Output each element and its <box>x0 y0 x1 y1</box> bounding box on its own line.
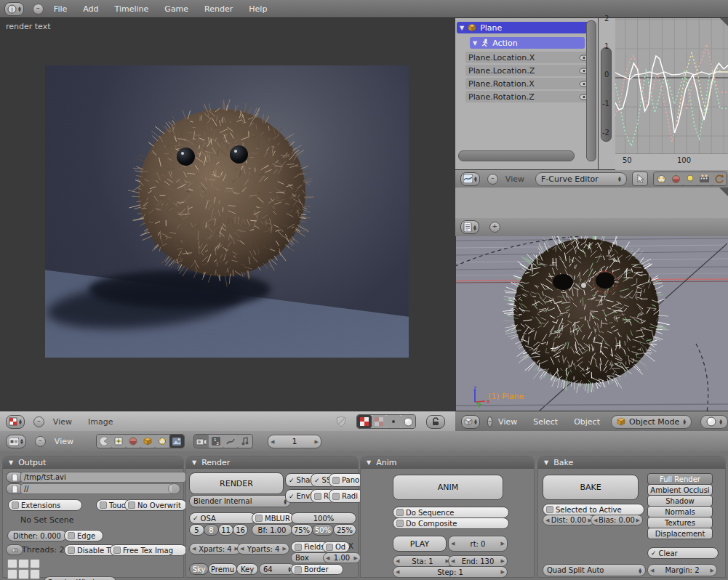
x-label[interactable]: X <box>348 542 353 550</box>
draw-zbuffer-button[interactable] <box>386 415 401 428</box>
editor-type-button-3d[interactable]: ▲▼ <box>461 415 480 429</box>
dither-slider[interactable]: Dither: 0.000 <box>7 530 67 541</box>
outliner-row-channel[interactable]: Plane.Location.Z <box>465 65 592 76</box>
edge-toggle[interactable]: Edge <box>64 530 103 541</box>
add-new-button[interactable]: + <box>489 222 500 233</box>
bake-mode-textures[interactable]: Textures <box>647 517 713 528</box>
rt-field[interactable]: ◀rt: 0▶ <box>448 536 508 552</box>
do-sequence-toggle[interactable]: Do Sequence <box>393 507 509 518</box>
no-set-scene-label[interactable]: No Set Scene <box>20 515 74 525</box>
size-50-button[interactable]: 50% <box>312 524 334 536</box>
extensions-toggle[interactable]: Extensions <box>8 499 82 511</box>
menu-render[interactable]: Render <box>204 4 233 14</box>
sta-field[interactable]: ◀Sta: 1▶ <box>393 555 452 567</box>
anim-button[interactable]: ANIM <box>393 475 503 500</box>
sky-button[interactable]: Sky <box>189 563 209 575</box>
draw-lod-button[interactable] <box>401 415 415 428</box>
play-button[interactable]: PLAY <box>393 536 447 552</box>
outliner-row-plane[interactable]: ▼ Plane <box>457 22 596 33</box>
outliner-vscrollbar[interactable] <box>586 20 596 161</box>
menu-view[interactable]: View <box>55 437 73 446</box>
panel-collapse-icon[interactable]: ▼ <box>9 459 13 466</box>
bake-mode-ambient-occlusion[interactable]: Ambient Occlusi <box>647 484 713 496</box>
premul-button[interactable]: Premu <box>208 563 237 575</box>
menu-game[interactable]: Game <box>164 4 188 14</box>
menu-image[interactable]: Image <box>88 417 113 427</box>
osa-16-button[interactable]: 16 <box>233 524 248 536</box>
panel-collapse-icon[interactable]: ▼ <box>367 459 371 466</box>
fcurve-xaxis[interactable]: 50 100 <box>615 153 728 170</box>
shading-button[interactable] <box>668 172 683 185</box>
selected-to-active-toggle[interactable]: Selected to Active <box>543 504 644 515</box>
osa-5-button[interactable]: 5 <box>189 524 204 536</box>
editor-type-stepper[interactable]: ▲▼ <box>474 419 477 424</box>
panel-bake-header[interactable]: ▼ Bake <box>538 456 725 469</box>
scene-context-button[interactable] <box>169 435 184 448</box>
mblur-toggle[interactable]: MBLUR <box>252 512 294 524</box>
outliner-hscrollbar[interactable] <box>458 150 575 161</box>
step-field[interactable]: ◀Step: 1▶ <box>393 566 508 578</box>
auto-threads-button[interactable] <box>6 544 23 555</box>
dist-field[interactable]: ◀Dist: 0.00▶ <box>543 515 595 525</box>
expand-triangle-icon[interactable]: ▼ <box>460 25 464 31</box>
sequence-button[interactable] <box>697 172 712 185</box>
panel-render-header[interactable]: ▼ Render <box>186 456 358 469</box>
osa-11-button[interactable]: 11 <box>218 524 233 536</box>
panel-output-header[interactable]: ▼ Output <box>3 456 183 469</box>
collapse-menus-button[interactable]: – <box>487 174 498 185</box>
mask-shield-icon[interactable] <box>335 415 348 428</box>
menu-view[interactable]: View <box>53 417 72 427</box>
free-tex-images-toggle[interactable]: Free Tex Imag <box>110 544 187 556</box>
octree-dropdown[interactable]: 64▲▼ <box>259 563 295 575</box>
menu-select[interactable]: Select <box>533 417 558 427</box>
threads-label[interactable]: Threads: 2 <box>22 545 64 555</box>
pivot-button[interactable] <box>654 172 668 185</box>
fcurve-graph[interactable] <box>615 18 728 153</box>
bake-button[interactable]: BAKE <box>543 475 639 500</box>
bake-mode-full-render[interactable]: Full Render <box>647 473 713 485</box>
panel-collapse-icon[interactable]: ▼ <box>544 459 548 466</box>
end-field[interactable]: ◀End: 130▶ <box>448 555 508 567</box>
editor-type-stepper[interactable]: ▲▼ <box>18 6 21 12</box>
bias-field[interactable]: ◀Bias: 0.00▶ <box>591 515 643 525</box>
collapse-menus-button[interactable]: – <box>33 4 44 15</box>
collapse-menus-button[interactable]: – <box>487 416 492 427</box>
filter-size-field[interactable]: ◀1.00▶ <box>323 552 361 563</box>
outliner-row-channel[interactable]: Plane.Location.X <box>465 52 592 63</box>
menu-object[interactable]: Object <box>574 417 600 427</box>
lock-button[interactable] <box>426 415 445 429</box>
viewport-shading-dropdown[interactable]: ▲▼ <box>700 415 728 429</box>
do-composite-toggle[interactable]: Do Composite <box>393 517 509 529</box>
bake-mode-shadow[interactable]: Shadow <box>647 495 713 507</box>
size-100-button[interactable]: 100% <box>291 512 356 524</box>
outliner-row-channel[interactable]: Plane.Rotation.X <box>465 78 592 89</box>
backbuf-path-field[interactable]: // <box>20 483 173 494</box>
render-placement-grid[interactable] <box>7 559 40 580</box>
expand-triangle-icon[interactable]: ▼ <box>473 40 477 47</box>
collapse-menus-button[interactable]: – <box>33 416 44 427</box>
margin-field[interactable]: ◀Margin: 2▶ <box>647 564 717 576</box>
fcurve-subcontext-button[interactable] <box>223 435 238 448</box>
backbuf-use-button[interactable] <box>168 483 180 494</box>
size-75-button[interactable]: 75% <box>291 524 313 536</box>
editing-context-button[interactable] <box>155 435 169 448</box>
output-path-field[interactable]: /tmp/tst.avi <box>20 472 186 483</box>
collapse-menus-button[interactable]: – <box>35 436 46 447</box>
ghost-curves-button[interactable] <box>683 172 697 185</box>
editor-type-button-buttons[interactable]: ▲▼ <box>6 435 26 448</box>
menu-timeline[interactable]: Timeline <box>115 4 149 14</box>
shading-context-button[interactable] <box>126 435 140 448</box>
frame-number-field[interactable]: ◀ 1 ▶ <box>268 435 321 448</box>
outliner-row-action[interactable]: ▼ Action <box>470 37 585 49</box>
object-context-button[interactable] <box>140 435 155 448</box>
menu-view[interactable]: View <box>505 174 524 184</box>
cursor-tool-button[interactable] <box>632 172 648 186</box>
quad-split-dropdown[interactable]: Quad Split Auto▲▼ <box>543 564 646 576</box>
outliner-row-channel[interactable]: Plane.Rotation.Z <box>465 91 592 102</box>
draw-alpha-button[interactable] <box>372 415 386 428</box>
mode-dropdown[interactable]: Object Mode ▲▼ <box>611 415 692 429</box>
odd-toggle[interactable]: Od <box>322 541 350 552</box>
xparts-field[interactable]: ◀Xparts: 4▶ <box>189 543 241 555</box>
osa-toggle[interactable]: ✓OSA <box>189 512 256 524</box>
no-overwrite-toggle[interactable]: No Overwrit <box>124 499 187 511</box>
